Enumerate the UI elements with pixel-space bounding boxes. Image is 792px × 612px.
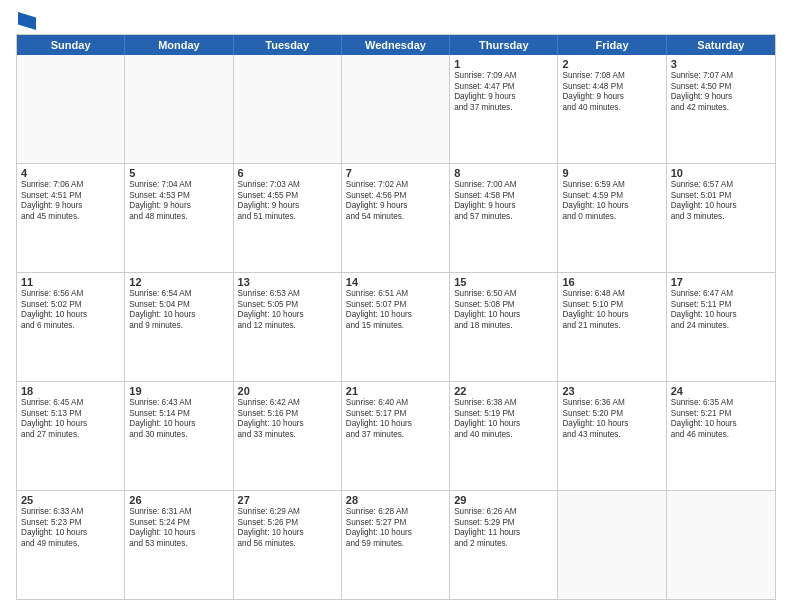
day-number: 26 [129,494,228,506]
calendar-cell [342,55,450,163]
cell-line: Sunrise: 7:09 AM [454,71,553,82]
cell-line: Sunset: 4:55 PM [238,191,337,202]
day-number: 10 [671,167,771,179]
day-number: 24 [671,385,771,397]
cell-line: Daylight: 10 hours [454,310,553,321]
header-day-saturday: Saturday [667,35,775,55]
day-number: 7 [346,167,445,179]
cell-line: Sunrise: 7:04 AM [129,180,228,191]
cell-line: Sunrise: 6:29 AM [238,507,337,518]
calendar-cell: 18Sunrise: 6:45 AMSunset: 5:13 PMDayligh… [17,382,125,490]
calendar-cell: 25Sunrise: 6:33 AMSunset: 5:23 PMDayligh… [17,491,125,599]
cell-line: Sunset: 4:58 PM [454,191,553,202]
day-number: 25 [21,494,120,506]
cell-line: and 15 minutes. [346,321,445,332]
day-number: 6 [238,167,337,179]
day-number: 14 [346,276,445,288]
cell-line: Sunrise: 6:40 AM [346,398,445,409]
calendar-cell: 24Sunrise: 6:35 AMSunset: 5:21 PMDayligh… [667,382,775,490]
cell-line: Sunrise: 6:26 AM [454,507,553,518]
cell-line: Daylight: 10 hours [454,419,553,430]
calendar-row-4: 25Sunrise: 6:33 AMSunset: 5:23 PMDayligh… [17,491,775,599]
calendar-cell: 6Sunrise: 7:03 AMSunset: 4:55 PMDaylight… [234,164,342,272]
cell-line: and 45 minutes. [21,212,120,223]
cell-line: Sunset: 5:04 PM [129,300,228,311]
cell-line: Daylight: 10 hours [562,310,661,321]
cell-line: Daylight: 10 hours [238,310,337,321]
cell-line: Sunrise: 6:56 AM [21,289,120,300]
day-number: 12 [129,276,228,288]
calendar: SundayMondayTuesdayWednesdayThursdayFrid… [16,34,776,600]
cell-line: Sunset: 5:02 PM [21,300,120,311]
cell-line: Daylight: 9 hours [129,201,228,212]
cell-line: Sunrise: 6:43 AM [129,398,228,409]
cell-line: Sunrise: 6:42 AM [238,398,337,409]
cell-line: and 12 minutes. [238,321,337,332]
cell-line: and 18 minutes. [454,321,553,332]
cell-line: Sunset: 5:26 PM [238,518,337,529]
cell-line: and 37 minutes. [454,103,553,114]
cell-line: Sunset: 4:47 PM [454,82,553,93]
calendar-cell [125,55,233,163]
day-number: 1 [454,58,553,70]
calendar-cell: 27Sunrise: 6:29 AMSunset: 5:26 PMDayligh… [234,491,342,599]
calendar-row-0: 1Sunrise: 7:09 AMSunset: 4:47 PMDaylight… [17,55,775,164]
calendar-row-3: 18Sunrise: 6:45 AMSunset: 5:13 PMDayligh… [17,382,775,491]
cell-line: Daylight: 10 hours [671,201,771,212]
calendar-cell: 1Sunrise: 7:09 AMSunset: 4:47 PMDaylight… [450,55,558,163]
cell-line: Sunset: 5:08 PM [454,300,553,311]
cell-line: Sunrise: 7:03 AM [238,180,337,191]
calendar-cell [234,55,342,163]
cell-line: Sunset: 4:51 PM [21,191,120,202]
cell-line: and 53 minutes. [129,539,228,550]
day-number: 11 [21,276,120,288]
day-number: 13 [238,276,337,288]
cell-line: Daylight: 11 hours [454,528,553,539]
cell-line: Daylight: 10 hours [129,419,228,430]
cell-line: and 56 minutes. [238,539,337,550]
cell-line: Sunrise: 6:48 AM [562,289,661,300]
cell-line: and 33 minutes. [238,430,337,441]
calendar-cell: 29Sunrise: 6:26 AMSunset: 5:29 PMDayligh… [450,491,558,599]
calendar-cell: 15Sunrise: 6:50 AMSunset: 5:08 PMDayligh… [450,273,558,381]
cell-line: Sunrise: 6:45 AM [21,398,120,409]
day-number: 8 [454,167,553,179]
day-number: 5 [129,167,228,179]
cell-line: Sunrise: 7:07 AM [671,71,771,82]
calendar-body: 1Sunrise: 7:09 AMSunset: 4:47 PMDaylight… [17,55,775,599]
calendar-cell: 26Sunrise: 6:31 AMSunset: 5:24 PMDayligh… [125,491,233,599]
calendar-cell: 3Sunrise: 7:07 AMSunset: 4:50 PMDaylight… [667,55,775,163]
cell-line: Daylight: 9 hours [21,201,120,212]
calendar-row-1: 4Sunrise: 7:06 AMSunset: 4:51 PMDaylight… [17,164,775,273]
calendar-cell: 10Sunrise: 6:57 AMSunset: 5:01 PMDayligh… [667,164,775,272]
cell-line: Daylight: 10 hours [346,419,445,430]
cell-line: Sunset: 5:05 PM [238,300,337,311]
calendar-cell: 11Sunrise: 6:56 AMSunset: 5:02 PMDayligh… [17,273,125,381]
cell-line: and 3 minutes. [671,212,771,223]
cell-line: Daylight: 9 hours [671,92,771,103]
calendar-cell: 17Sunrise: 6:47 AMSunset: 5:11 PMDayligh… [667,273,775,381]
day-number: 19 [129,385,228,397]
cell-line: Sunset: 5:21 PM [671,409,771,420]
cell-line: Daylight: 10 hours [238,419,337,430]
cell-line: Daylight: 10 hours [238,528,337,539]
day-number: 18 [21,385,120,397]
cell-line: Sunset: 5:20 PM [562,409,661,420]
cell-line: Sunrise: 6:53 AM [238,289,337,300]
cell-line: and 40 minutes. [562,103,661,114]
day-number: 22 [454,385,553,397]
day-number: 2 [562,58,661,70]
calendar-cell: 20Sunrise: 6:42 AMSunset: 5:16 PMDayligh… [234,382,342,490]
calendar-cell: 19Sunrise: 6:43 AMSunset: 5:14 PMDayligh… [125,382,233,490]
cell-line: Sunrise: 6:51 AM [346,289,445,300]
cell-line: and 51 minutes. [238,212,337,223]
cell-line: and 37 minutes. [346,430,445,441]
day-number: 27 [238,494,337,506]
cell-line: and 27 minutes. [21,430,120,441]
cell-line: Sunset: 4:48 PM [562,82,661,93]
day-number: 21 [346,385,445,397]
day-number: 9 [562,167,661,179]
calendar-cell: 5Sunrise: 7:04 AMSunset: 4:53 PMDaylight… [125,164,233,272]
cell-line: and 0 minutes. [562,212,661,223]
calendar-cell: 4Sunrise: 7:06 AMSunset: 4:51 PMDaylight… [17,164,125,272]
